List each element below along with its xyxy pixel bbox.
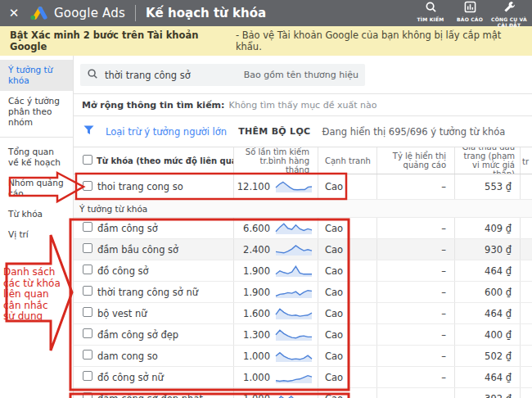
search-button[interactable]: TÌM KIẾM — [411, 0, 450, 22]
competition-cell: Cao — [318, 218, 376, 238]
table-row[interactable]: bộ vest nữ1.600Cao–464 ₫ — [74, 303, 532, 324]
keyword-cell: đầm bầu công sở — [95, 244, 233, 256]
keyword-cell: thời trang công sở nữ — [95, 287, 233, 298]
keyword-cell: thoi trang cong so — [95, 181, 233, 192]
overflow-cell — [520, 239, 532, 260]
table-row[interactable]: đầm công sở đẹp1.300Cao–400 ₫ — [74, 324, 532, 346]
table-row[interactable]: thoi trang cong so12.100Cao–553 ₫ — [74, 174, 532, 200]
top-bid-cell: 553 ₫ — [454, 174, 520, 199]
top-bid-cell: 600 ₫ — [454, 282, 520, 302]
keyword-search-input[interactable]: thời trang công sở Bao gồm tên thương hi… — [80, 64, 365, 86]
keyword-cell: bộ vest nữ — [95, 308, 233, 319]
col-competition[interactable]: Cạnh tranh — [318, 147, 376, 174]
include-brand-names-button[interactable]: Bao gồm tên thương hiệu — [244, 70, 358, 80]
report-icon — [464, 1, 476, 16]
sidebar-nav: Ý tưởng từ khóa Các ý tưởng phân theo nh… — [0, 56, 74, 398]
top-bid-cell: 464 ₫ — [454, 260, 520, 281]
trend-sparkline — [275, 222, 313, 235]
add-filter-button[interactable]: THÊM BỘ LỌC — [238, 126, 310, 137]
header-checkbox-cell — [74, 155, 95, 166]
keyword-cell: dam cong so — [95, 351, 233, 362]
keyword-cell: đồ công sở nữ — [95, 372, 233, 383]
filter-funnel-icon — [83, 125, 94, 138]
row-checkbox[interactable] — [83, 286, 92, 296]
sidebar-item-keywords[interactable]: Từ khóa — [0, 204, 73, 224]
competition-cell: Cao — [318, 324, 376, 345]
sidebar-item-plan-overview[interactable]: Tổng quan về kế hoạch — [0, 142, 73, 173]
close-icon[interactable]: ✕ — [0, 6, 28, 20]
row-checkbox[interactable] — [83, 307, 92, 317]
search-icon — [87, 68, 98, 82]
top-app-bar: ✕ Google Ads Kế hoạch từ khóa TÌM KIẾM — [0, 0, 532, 26]
keyword-planner-window: ✕ Google Ads Kế hoạch từ khóa TÌM KIẾM — [0, 0, 532, 398]
filter-bar: Loại trừ ý tưởng người lớn THÊM BỘ LỌC Đ… — [74, 116, 532, 147]
row-checkbox[interactable] — [83, 328, 92, 338]
row-checkbox[interactable] — [83, 371, 92, 381]
row-checkbox-cell — [74, 181, 95, 193]
col-top-bid-low[interactable]: Giá thầu đầu trang (phạm vi mức giá thấp… — [454, 147, 520, 174]
row-checkbox[interactable] — [83, 265, 92, 274]
row-checkbox[interactable] — [83, 181, 92, 191]
table-row[interactable]: đầm công sở6.600Cao–409 ₫ — [74, 218, 532, 239]
col-avg-monthly-searches[interactable]: Số lần tìm kiếm tr.bình hàng tháng — [233, 147, 318, 174]
banner-bold-text: Bật Xác minh 2 bước trên Tài khoản Googl… — [10, 29, 232, 52]
row-checkbox-cell — [74, 307, 95, 319]
search-volume-cell: 1.000 — [233, 367, 318, 387]
row-checkbox-cell — [74, 328, 95, 341]
search-volume-cell: 6.600 — [233, 218, 318, 238]
overflow-cell — [520, 303, 532, 323]
title-separator — [135, 5, 136, 21]
table-row[interactable]: thời trang công sở nữ1.900Cao–600 ₫ — [74, 282, 532, 303]
row-checkbox-cell — [74, 392, 95, 398]
sidebar-divider — [0, 137, 73, 138]
overflow-cell — [520, 282, 532, 302]
sidebar-item-grouped-ideas[interactable]: Các ý tưởng phân theo nhóm — [0, 91, 73, 133]
sidebar-item-keyword-ideas[interactable]: Ý tưởng từ khóa — [0, 60, 73, 91]
competition-cell: Cao — [318, 282, 376, 302]
competition-cell: Cao — [318, 346, 376, 366]
table-row[interactable]: đầm bầu công sở2.400Cao–930 ₫ — [74, 239, 532, 260]
top-bid-cell: 464 ₫ — [454, 303, 520, 323]
row-checkbox[interactable] — [83, 392, 92, 398]
trend-sparkline — [275, 286, 313, 299]
tools-settings-button[interactable]: CÔNG CỤ VÀ CÀI ĐẶT — [489, 0, 529, 28]
top-bid-cell: 392 ₫ — [454, 388, 520, 398]
row-checkbox-cell — [74, 371, 95, 383]
ad-impression-share-cell: – — [376, 303, 454, 323]
keyword-cell: đầm công sở — [95, 223, 233, 234]
keyword-cell: đầm công sở đẹp nhất — [95, 393, 233, 398]
search-volume-cell: 1.600 — [233, 303, 318, 323]
ad-impression-share-cell: – — [376, 324, 454, 345]
row-checkbox[interactable] — [83, 243, 92, 253]
search-volume-cell: 1.000 — [233, 388, 318, 398]
keyword-ideas-section-header: Ý tưởng từ khóa — [74, 200, 532, 218]
row-checkbox-cell — [74, 286, 95, 298]
reports-button[interactable]: BÁO CÁO — [450, 0, 489, 22]
table-row[interactable]: dam cong so1.000Cao–502 ₫ — [74, 346, 532, 367]
top-bid-cell: 409 ₫ — [454, 218, 520, 238]
top-bid-cell: 502 ₫ — [454, 346, 520, 366]
row-checkbox[interactable] — [83, 350, 92, 360]
ad-impression-share-cell: – — [376, 282, 454, 302]
competition-cell: Cao — [318, 303, 376, 323]
sidebar-item-ad-groups[interactable]: Nhóm quảng cáo — [0, 173, 73, 204]
trend-sparkline — [275, 350, 313, 363]
google-ads-logo-icon — [29, 6, 47, 21]
exclude-adult-ideas-filter[interactable]: Loại trừ ý tưởng người lớn — [106, 126, 227, 138]
sidebar-item-locations[interactable]: Vị trí — [0, 224, 73, 245]
keyword-cell: đầm công sở đẹp — [95, 329, 233, 341]
trend-sparkline — [275, 392, 313, 398]
ad-impression-share-cell: – — [376, 174, 454, 199]
table-row[interactable]: đầm công sở đẹp nhất1.000Cao–392 ₫ — [74, 388, 532, 398]
page-title: Kế hoạch từ khóa — [146, 6, 266, 20]
row-checkbox[interactable] — [83, 222, 92, 232]
select-all-checkbox[interactable] — [83, 155, 92, 165]
main-content: thời trang công sở Bao gồm tên thương hi… — [74, 56, 532, 398]
search-volume-cell: 12.100 — [233, 174, 318, 199]
col-ad-impression-share[interactable]: Tỷ lệ hiển thị quảng cáo — [376, 147, 454, 174]
col-keyword[interactable]: Từ khóa (theo mức độ liên quan) ↓ — [95, 156, 233, 165]
table-row[interactable]: đồ công sở1.900Cao–464 ₫ — [74, 260, 532, 282]
refine-value: Không tìm thấy mục đề xuất nào — [228, 100, 376, 111]
table-row[interactable]: đồ công sở nữ1.000Cao–464 ₫ — [74, 367, 532, 388]
entered-keyword-rows: thoi trang cong so12.100Cao–553 ₫ — [74, 174, 532, 200]
